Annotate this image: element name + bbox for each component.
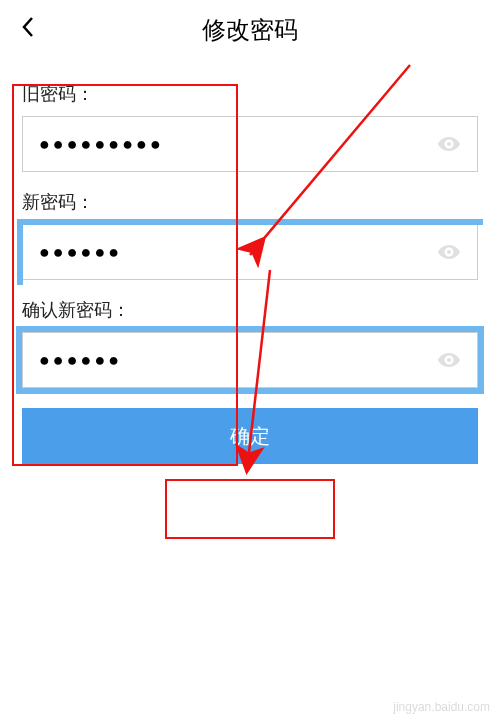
confirm-password-value: ●●●●●●: [39, 350, 437, 371]
watermark: jingyan.baidu.com: [393, 700, 490, 714]
new-password-group: 新密码： ●●●●●●: [22, 190, 478, 280]
old-password-label: 旧密码：: [22, 82, 478, 106]
back-button[interactable]: [20, 14, 36, 46]
new-password-value: ●●●●●●: [39, 242, 437, 263]
page-title: 修改密码: [20, 14, 480, 46]
svg-point-1: [447, 250, 451, 254]
eye-icon[interactable]: [437, 348, 461, 372]
password-form: 旧密码： ●●●●●●●●● 新密码： ●●●●●● 确认新密码： ●●●●●●: [0, 60, 500, 388]
old-password-value: ●●●●●●●●●: [39, 134, 437, 155]
new-password-label: 新密码：: [22, 190, 478, 214]
annotation-box: [165, 479, 335, 539]
old-password-input[interactable]: ●●●●●●●●●: [22, 116, 478, 172]
confirm-password-input[interactable]: ●●●●●●: [22, 332, 478, 388]
old-password-group: 旧密码： ●●●●●●●●●: [22, 82, 478, 172]
eye-icon[interactable]: [437, 132, 461, 156]
svg-point-2: [447, 358, 451, 362]
confirm-password-label: 确认新密码：: [22, 298, 478, 322]
submit-button[interactable]: 确定: [22, 408, 478, 464]
new-password-input[interactable]: ●●●●●●: [22, 224, 478, 280]
svg-point-0: [447, 142, 451, 146]
eye-icon[interactable]: [437, 240, 461, 264]
confirm-password-group: 确认新密码： ●●●●●●: [22, 298, 478, 388]
